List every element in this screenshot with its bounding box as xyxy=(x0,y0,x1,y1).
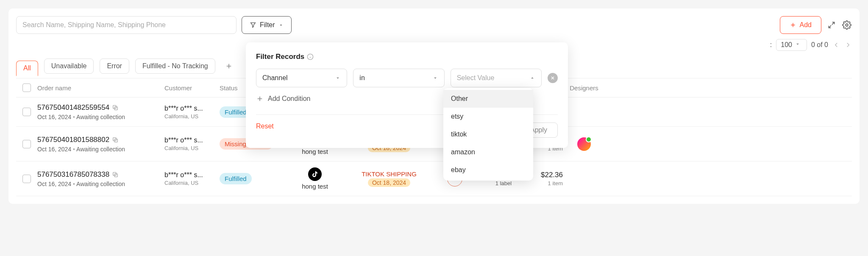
order-date: Oct 16, 2024 xyxy=(37,114,71,120)
chevron-up-icon xyxy=(278,22,284,28)
tab-error[interactable]: Error xyxy=(100,58,129,74)
dropdown-item-etsy[interactable]: etsy xyxy=(443,108,533,125)
table-row: 576750316785078338 Oct 16, 2024 • Awaiti… xyxy=(16,161,852,196)
copy-icon[interactable] xyxy=(112,171,119,178)
store-name: hong test xyxy=(302,148,328,155)
dropdown-item-amazon[interactable]: amazon xyxy=(443,143,533,161)
per-page-select[interactable]: 100 xyxy=(776,39,807,51)
customer-location: California, US xyxy=(164,145,220,151)
reset-button[interactable]: Reset xyxy=(256,122,274,138)
chevron-down-icon xyxy=(432,75,438,81)
customer-name: b***r o*** s... xyxy=(164,105,220,112)
value-dropdown: Otheretsytiktokamazonebay xyxy=(443,88,533,181)
filter-button[interactable]: Filter xyxy=(242,16,292,34)
label-count: 1 label xyxy=(482,180,525,186)
order-id: 576750401482559554 xyxy=(37,103,109,112)
order-id: 576750316785078338 xyxy=(37,170,109,179)
add-button[interactable]: Add xyxy=(780,16,821,34)
filter-field-select[interactable]: Channel xyxy=(256,69,347,87)
filter-icon xyxy=(250,22,256,28)
customer-name: b***r o*** s... xyxy=(164,171,220,179)
order-date: Oct 16, 2024 xyxy=(37,146,71,153)
dropdown-item-ebay[interactable]: ebay xyxy=(443,161,533,179)
filter-value-placeholder: Select Value xyxy=(457,74,495,82)
shipping-method: TIKTOK SHIPPING xyxy=(351,170,427,178)
order-id: 576750401801588802 xyxy=(37,136,109,144)
customer-location: California, US xyxy=(164,113,220,120)
filter-label: Filter xyxy=(260,21,275,29)
designer-avatar[interactable] xyxy=(577,137,591,151)
filter-operator-value: in xyxy=(359,74,364,82)
store-name: hong test xyxy=(302,183,328,190)
customer-location: California, US xyxy=(164,180,220,186)
col-designers: Designers xyxy=(563,84,605,92)
prev-page[interactable] xyxy=(832,41,840,49)
customer-name: b***r o*** s... xyxy=(164,136,220,144)
tab-fulfilled-no-tracking[interactable]: Fulfilled - No Tracking xyxy=(135,58,215,74)
search-input[interactable] xyxy=(16,16,236,34)
row-checkbox[interactable] xyxy=(22,140,31,148)
filter-operator-select[interactable]: in xyxy=(353,69,444,87)
svg-point-0 xyxy=(846,24,848,26)
remove-condition-button[interactable] xyxy=(548,73,558,83)
tab-all[interactable]: All xyxy=(16,61,38,76)
expand-icon[interactable] xyxy=(826,20,837,30)
plus-icon xyxy=(790,22,796,28)
chevron-down-icon xyxy=(795,41,802,49)
col-customer: Customer xyxy=(164,84,220,92)
order-substatus: Awaiting collection xyxy=(76,146,125,153)
chevron-down-icon xyxy=(335,75,341,81)
add-tab-button[interactable] xyxy=(221,58,236,74)
gear-icon[interactable] xyxy=(842,20,852,30)
plus-icon xyxy=(256,95,264,103)
copy-icon[interactable] xyxy=(112,104,119,111)
pager-count: 0 of 0 xyxy=(811,41,828,49)
dropdown-item-other[interactable]: Other xyxy=(443,90,533,108)
chevron-up-icon xyxy=(529,75,535,81)
tab-unavailable[interactable]: Unavailable xyxy=(44,58,94,74)
order-substatus: Awaiting collection xyxy=(76,181,125,187)
dropdown-item-tiktok[interactable]: tiktok xyxy=(443,125,533,143)
tiktok-logo-icon xyxy=(308,167,322,181)
add-label: Add xyxy=(800,21,812,29)
order-item-count: 1 item xyxy=(525,180,563,186)
add-condition-label: Add Condition xyxy=(268,95,311,103)
popover-title: Filter Records xyxy=(256,53,304,61)
filter-value-select[interactable]: Select Value xyxy=(451,69,542,87)
order-substatus: Awaiting collection xyxy=(76,114,125,120)
info-icon[interactable] xyxy=(307,53,314,60)
next-page[interactable] xyxy=(844,41,852,49)
col-order: Order name xyxy=(37,84,164,92)
filter-field-value: Channel xyxy=(262,74,288,82)
per-page-value: 100 xyxy=(781,41,792,49)
copy-icon[interactable] xyxy=(112,136,119,143)
status-badge: Fulfilled xyxy=(220,173,252,184)
pager-colon: : xyxy=(770,41,772,49)
shipping-date: Oct 18, 2024 xyxy=(368,178,410,187)
row-checkbox[interactable] xyxy=(22,175,31,183)
select-all-checkbox[interactable] xyxy=(22,83,31,92)
order-date: Oct 16, 2024 xyxy=(37,181,71,187)
row-checkbox[interactable] xyxy=(22,108,31,116)
